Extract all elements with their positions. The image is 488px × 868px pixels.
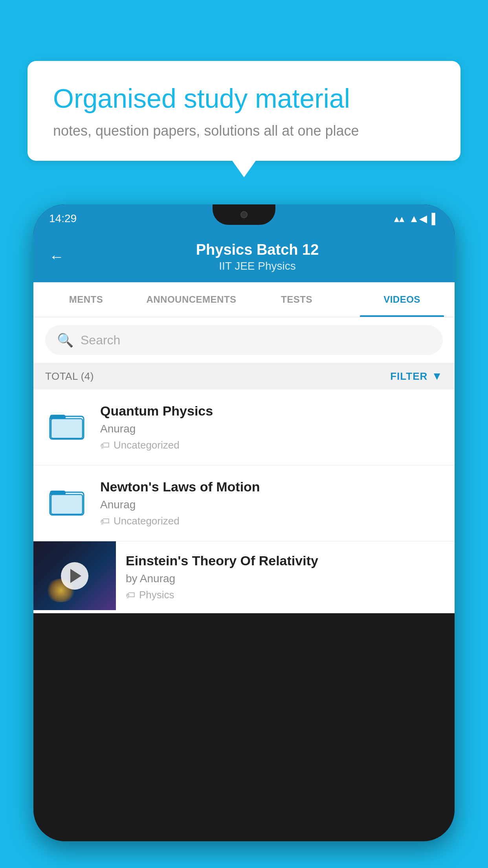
video-author-3: by Anurag	[126, 572, 445, 585]
svg-rect-2	[51, 419, 83, 438]
search-box[interactable]: 🔍 Search	[45, 325, 443, 355]
list-item[interactable]: Newton's Laws of Motion Anurag 🏷 Uncateg…	[33, 465, 455, 541]
filter-icon: ▼	[431, 370, 443, 383]
filter-button[interactable]: FILTER ▼	[390, 370, 443, 383]
list-item[interactable]: Quantum Physics Anurag 🏷 Uncategorized	[33, 390, 455, 465]
total-count: TOTAL (4)	[45, 370, 94, 383]
video-info-1: Quantum Physics Anurag 🏷 Uncategorized	[100, 403, 443, 451]
folder-icon	[49, 407, 84, 443]
speech-bubble-subtitle: notes, question papers, solutions all at…	[53, 123, 435, 139]
battery-icon: ▌	[432, 213, 439, 225]
header-title-area: Physics Batch 12 IIT JEE Physics	[76, 241, 439, 272]
signal-icon: ▲◀	[409, 213, 427, 225]
tab-announcements[interactable]: ANNOUNCEMENTS	[139, 282, 244, 317]
tag-icon-1: 🏷	[100, 440, 110, 451]
batch-subtitle: IIT JEE Physics	[76, 260, 439, 272]
filter-bar: TOTAL (4) FILTER ▼	[33, 363, 455, 390]
video-title-3: Einstein's Theory Of Relativity	[126, 553, 445, 568]
status-icons: ▴▴ ▲◀ ▌	[394, 213, 439, 225]
folder-icon	[49, 483, 84, 519]
status-bar: 14:29 ▴▴ ▲◀ ▌	[33, 204, 455, 233]
video-author-1: Anurag	[100, 423, 443, 435]
app-header: ← Physics Batch 12 IIT JEE Physics	[33, 233, 455, 282]
tab-ments[interactable]: MENTS	[33, 282, 139, 317]
video-title-1: Quantum Physics	[100, 403, 443, 419]
speech-bubble-container: Organised study material notes, question…	[28, 61, 460, 161]
filter-label: FILTER	[390, 370, 427, 383]
play-button-icon[interactable]	[61, 562, 88, 590]
play-triangle	[70, 569, 81, 583]
tab-videos[interactable]: VIDEOS	[349, 282, 455, 317]
svg-rect-5	[51, 495, 83, 514]
phone-wrapper: 14:29 ▴▴ ▲◀ ▌ ← Physics Batch 12 IIT JEE…	[33, 204, 455, 868]
camera-dot	[240, 211, 248, 218]
status-time: 14:29	[49, 212, 77, 225]
video-info-3: Einstein's Theory Of Relativity by Anura…	[116, 541, 455, 613]
tag-icon-3: 🏷	[126, 590, 135, 601]
video-tag-2: 🏷 Uncategorized	[100, 515, 443, 527]
video-thumb-2	[45, 479, 88, 522]
video-thumbnail-3	[33, 541, 116, 610]
phone-body: 14:29 ▴▴ ▲◀ ▌ ← Physics Batch 12 IIT JEE…	[33, 204, 455, 841]
video-author-2: Anurag	[100, 498, 443, 511]
back-button[interactable]: ←	[49, 248, 64, 265]
video-tag-3: 🏷 Physics	[126, 589, 445, 601]
batch-title: Physics Batch 12	[76, 241, 439, 258]
phone-notch	[213, 204, 275, 225]
tag-icon-2: 🏷	[100, 516, 110, 527]
search-container: 🔍 Search	[33, 317, 455, 363]
video-info-2: Newton's Laws of Motion Anurag 🏷 Uncateg…	[100, 479, 443, 527]
tabs-bar: MENTS ANNOUNCEMENTS TESTS VIDEOS	[33, 282, 455, 317]
speech-bubble-title: Organised study material	[53, 83, 435, 115]
search-placeholder: Search	[81, 333, 120, 348]
wifi-icon: ▴▴	[394, 213, 404, 225]
search-icon: 🔍	[57, 332, 73, 348]
list-item[interactable]: Einstein's Theory Of Relativity by Anura…	[33, 541, 455, 613]
tab-tests[interactable]: TESTS	[244, 282, 349, 317]
video-tag-1: 🏷 Uncategorized	[100, 439, 443, 451]
video-list: Quantum Physics Anurag 🏷 Uncategorized	[33, 390, 455, 613]
speech-bubble: Organised study material notes, question…	[28, 61, 460, 161]
video-title-2: Newton's Laws of Motion	[100, 479, 443, 495]
video-thumb-1	[45, 403, 88, 447]
